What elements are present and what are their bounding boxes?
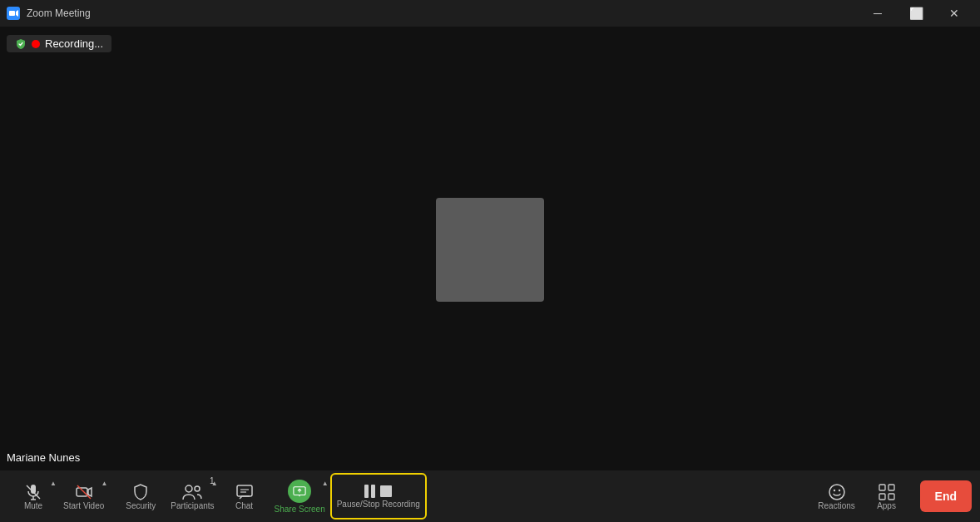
chat-label: Chat — [235, 501, 253, 510]
zoom-icon — [7, 7, 20, 20]
apps-label: Apps — [877, 501, 896, 510]
video-tile — [436, 198, 544, 302]
svg-marker-12 — [88, 488, 92, 496]
svg-point-21 — [829, 485, 844, 500]
svg-rect-26 — [879, 494, 885, 500]
mute-label: Mute — [24, 501, 42, 510]
reactions-label: Reactions — [818, 501, 854, 510]
participants-icon — [181, 483, 203, 501]
end-button[interactable]: End — [920, 480, 972, 512]
security-button[interactable]: Security — [116, 473, 166, 520]
minimize-button[interactable]: ─ — [859, 0, 897, 27]
main-video-area — [0, 27, 980, 472]
pause-stop-recording-button[interactable]: Pause/Stop Recording — [330, 473, 427, 520]
close-button[interactable]: ✕ — [935, 0, 973, 27]
start-video-icon — [75, 483, 93, 501]
svg-rect-27 — [888, 494, 894, 500]
mute-chevron: ▲ — [50, 480, 57, 487]
svg-point-23 — [838, 489, 839, 490]
start-video-button[interactable]: Start Video ▲ — [58, 473, 109, 520]
svg-point-15 — [195, 486, 200, 491]
security-icon — [131, 483, 150, 501]
svg-point-14 — [186, 485, 192, 492]
share-screen-icon — [293, 485, 306, 498]
svg-rect-1 — [9, 11, 15, 16]
toolbar: Mute ▲ Start Video ▲ Security 1 Particip… — [0, 470, 980, 522]
svg-point-22 — [833, 489, 834, 490]
chat-button[interactable]: Chat — [220, 473, 270, 520]
start-video-label: Start Video — [63, 501, 104, 510]
share-screen-label: Share Screen — [275, 505, 325, 514]
recording-indicator: Recording... — [7, 35, 111, 52]
video-chevron: ▲ — [101, 480, 107, 487]
share-screen-button[interactable]: Share Screen ▲ — [270, 473, 330, 520]
reactions-button[interactable]: Reactions — [812, 473, 862, 520]
mute-icon — [24, 483, 42, 501]
restore-button[interactable]: ⬜ — [897, 0, 935, 27]
recording-dot — [32, 40, 40, 48]
participants-chevron: ▲ — [211, 480, 218, 487]
participant-name: Mariane Nunes — [7, 451, 80, 464]
security-label: Security — [126, 501, 156, 510]
apps-button[interactable]: Apps — [862, 473, 912, 520]
svg-rect-24 — [879, 485, 885, 490]
shield-icon — [15, 38, 27, 50]
participants-button[interactable]: 1 Participants ▲ — [166, 473, 219, 520]
recording-text: Recording... — [45, 37, 103, 50]
share-screen-chevron: ▲ — [322, 480, 329, 487]
pause-stop-icon — [364, 485, 392, 498]
title-bar-left: Zoom Meeting — [7, 7, 91, 20]
svg-rect-16 — [237, 485, 252, 496]
mute-button[interactable]: Mute ▲ — [8, 473, 58, 520]
pause-stop-label: Pause/Stop Recording — [337, 500, 420, 509]
chat-icon — [235, 483, 254, 501]
apps-icon — [878, 483, 896, 501]
title-bar: Zoom Meeting ─ ⬜ ✕ — [0, 0, 980, 27]
share-screen-icon-wrap — [288, 480, 311, 503]
window-title: Zoom Meeting — [27, 7, 91, 19]
participants-label: Participants — [171, 501, 214, 510]
reactions-icon — [828, 483, 846, 501]
title-bar-controls: ─ ⬜ ✕ — [859, 0, 973, 27]
svg-rect-25 — [888, 485, 894, 490]
